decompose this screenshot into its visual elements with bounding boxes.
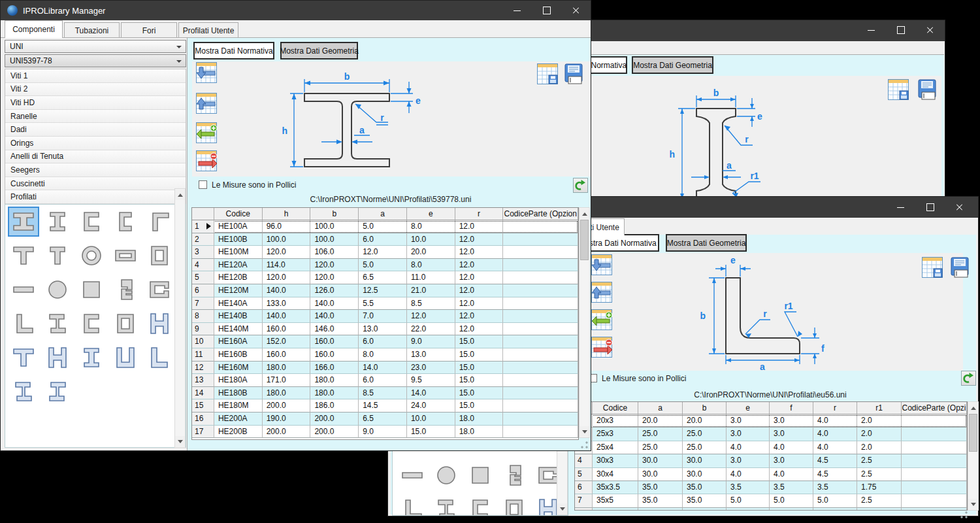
category-item-viti-1[interactable]: Viti 1	[5, 69, 186, 83]
table-cell[interactable]: 2.5	[857, 494, 902, 507]
table-cell[interactable]: HE100B	[214, 233, 263, 246]
table-cell[interactable]: 25.0	[683, 428, 727, 441]
table-cell[interactable]: HE100A	[214, 220, 263, 233]
undo-button[interactable]	[961, 371, 976, 386]
table-cell[interactable]: 15.0	[455, 335, 504, 348]
profile-icon-c-channel2[interactable]	[76, 309, 107, 339]
table-cell[interactable]: 9.0	[407, 335, 455, 348]
profile-icon-round-bar[interactable]	[42, 275, 73, 305]
profile-icon-square-tube[interactable]	[144, 241, 175, 271]
profile-icon-pipe[interactable]	[76, 241, 107, 271]
table-cell[interactable]: 12.0	[455, 220, 504, 233]
mostra-dati-geometria-button[interactable]: Mostra Dati Geometria	[632, 56, 713, 74]
table-cell[interactable]: 12.5	[359, 284, 407, 297]
table-cell[interactable]: 6.0	[359, 335, 407, 348]
mostra-dati-geometria-button[interactable]: Mostra Dati Geometria	[280, 42, 358, 59]
delete-row-icon[interactable]	[591, 337, 613, 358]
table-cell[interactable]: 2.5	[857, 468, 902, 481]
table-cell[interactable]: 14.5	[359, 399, 407, 413]
profile-icon-rect-tube[interactable]	[110, 241, 141, 271]
table-row[interactable]: 8HE140B140.0140.07.012.012.0	[192, 310, 578, 323]
table-cell[interactable]: 30.0	[683, 468, 727, 481]
table-row[interactable]: 4HE120A114.0120.05.08.012.0	[192, 259, 578, 272]
table-cell[interactable]	[503, 271, 578, 284]
scroll-down-button[interactable]	[968, 499, 978, 509]
column-header[interactable]: a	[638, 402, 683, 414]
table-cell[interactable]	[902, 414, 967, 428]
profile-icon-c-lipped[interactable]	[144, 275, 175, 305]
profile-icon-i-beam[interactable]	[42, 207, 73, 237]
move-row-down-icon[interactable]	[591, 254, 613, 276]
table-cell[interactable]: 15.0	[455, 374, 504, 387]
table-cell[interactable]: 6.0	[359, 374, 407, 387]
maximize-button[interactable]	[915, 197, 945, 218]
table-row[interactable]: 7HE140A133.0140.05.58.512.0	[192, 297, 578, 311]
table-cell[interactable]: 4.5	[813, 454, 857, 467]
table-cell[interactable]	[503, 413, 578, 426]
table-cell[interactable]: 180.0	[310, 374, 359, 387]
column-header[interactable]: a	[359, 208, 407, 220]
table-cell[interactable]: 4.5	[813, 468, 857, 481]
table-cell[interactable]: 30x4	[593, 468, 638, 481]
icon-panel-scrollbar[interactable]	[174, 188, 186, 448]
table-cell[interactable]: 12.0	[407, 310, 455, 323]
table-cell[interactable]	[503, 259, 578, 272]
table-cell[interactable]: 13.0	[359, 323, 407, 336]
category-item-orings[interactable]: Orings	[5, 137, 186, 150]
column-header[interactable]: f	[770, 402, 813, 414]
table-cell[interactable]	[902, 494, 967, 507]
table-cell[interactable]: 12.0	[455, 310, 504, 323]
table-row[interactable]: 120x320.020.03.03.04.02.0	[575, 414, 967, 428]
profili-table[interactable]: CodicehbaerCodiceParte (Opzion1HE100A96.…	[191, 207, 579, 440]
table-cell[interactable]: 12.0	[455, 233, 504, 246]
table-cell[interactable]: 152.0	[263, 335, 311, 348]
table-cell[interactable]: 8.0	[407, 259, 455, 272]
table-cell[interactable]	[503, 220, 578, 233]
table-cell[interactable]: 140.0	[310, 297, 359, 311]
column-header[interactable]: CodiceParte (Opzion	[503, 208, 578, 220]
table-row[interactable]: 17HE200B200.0200.09.015.018.0	[192, 426, 578, 439]
category-item-ranelle[interactable]: Ranelle	[5, 110, 186, 124]
table-cell[interactable]: 180.0	[263, 362, 311, 375]
mostra-dati-geometria-button[interactable]: Mostra Dati Geometria	[666, 234, 747, 252]
table-cell[interactable]: 40.0	[683, 508, 727, 511]
table-cell[interactable]: 12.0	[455, 271, 504, 284]
table-cell[interactable]: 160.0	[263, 323, 311, 336]
table-cell[interactable]: 3.5	[727, 481, 770, 494]
scroll-down-button[interactable]	[580, 426, 589, 437]
export-table-icon[interactable]	[888, 79, 909, 101]
table-cell[interactable]: 30.0	[683, 454, 727, 467]
category-item-profilati[interactable]: Profilati	[5, 190, 186, 204]
table-cell[interactable]: 4.0	[813, 428, 857, 441]
table-cell[interactable]: HE180B	[214, 387, 263, 400]
table-cell[interactable]: 8.0	[407, 220, 455, 233]
table-cell[interactable]: 35.0	[683, 481, 727, 494]
table-cell[interactable]: 14.0	[407, 387, 455, 400]
table-scrollbar[interactable]	[968, 401, 979, 511]
minimize-button[interactable]	[502, 1, 532, 20]
table-cell[interactable]: 120.0	[310, 271, 359, 284]
table-cell[interactable]: 2.0	[857, 441, 902, 454]
export-table-icon[interactable]	[922, 257, 943, 278]
profile-icon-c-channel[interactable]	[76, 207, 107, 237]
row-number-cell[interactable]: 4	[192, 259, 214, 272]
tab-profilati-utente[interactable]: Profilati Utente	[178, 22, 238, 38]
table-cell[interactable]: 186.0	[310, 399, 359, 413]
scrollbar-thumb[interactable]	[580, 220, 589, 260]
table-cell[interactable]: HE200B	[214, 426, 263, 439]
table-row[interactable]: 225x325.025.03.03.04.02.0	[575, 428, 967, 441]
row-number-cell[interactable]: 9	[192, 323, 214, 336]
profile-icon-square-bar[interactable]	[465, 460, 496, 490]
table-cell[interactable]: 35.0	[638, 481, 683, 494]
column-header[interactable]: e	[407, 208, 455, 220]
table-cell[interactable]	[902, 441, 967, 454]
table-cell[interactable]: 12.0	[455, 259, 504, 272]
scroll-down-button[interactable]	[175, 436, 185, 447]
table-cell[interactable]: 96.0	[263, 220, 311, 233]
table-cell[interactable]: 20.0	[407, 246, 455, 259]
table-cell[interactable]: 15.0	[455, 362, 504, 375]
table-cell[interactable]: 2.0	[857, 414, 902, 428]
maximize-button[interactable]	[886, 20, 915, 40]
column-header[interactable]: r	[813, 402, 857, 414]
row-number-cell[interactable]: 1	[192, 220, 214, 233]
